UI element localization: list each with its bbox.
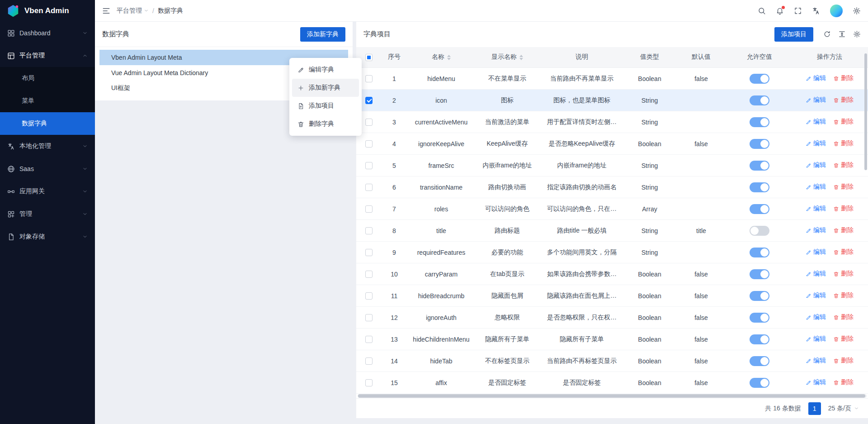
context-menu-item-0[interactable]: 编辑字典 [292,61,359,79]
pagination-page-1[interactable]: 1 [808,402,821,415]
edit-button[interactable]: 编辑 [806,226,826,234]
edit-button[interactable]: 编辑 [806,378,826,386]
delete-button[interactable]: 删除 [833,248,854,256]
edit-button[interactable]: 编辑 [806,291,826,300]
row-checkbox[interactable] [365,205,373,213]
row-checkbox[interactable] [365,271,373,278]
delete-label: 删除 [841,205,854,213]
cell-default-value [675,176,728,198]
edit-button[interactable]: 编辑 [806,161,826,169]
delete-button[interactable]: 删除 [833,183,854,191]
edit-button[interactable]: 编辑 [806,357,826,365]
allow-empty-toggle[interactable] [750,204,769,214]
select-all-checkbox[interactable] [365,54,373,61]
allow-empty-toggle[interactable] [750,161,769,171]
sidebar-item-storage[interactable]: 对象存储 [0,225,95,248]
horizontal-scrollbar-thumb[interactable] [358,394,865,398]
app-logo[interactable]: Vben Admin [0,0,95,22]
delete-button[interactable]: 删除 [833,313,854,321]
edit-button[interactable]: 编辑 [806,118,826,126]
cell-display-name: 当前激活的菜单 [476,111,539,133]
allow-empty-toggle[interactable] [750,334,769,344]
row-checkbox[interactable] [365,336,373,343]
translate-icon[interactable] [812,7,820,15]
settings-gear-icon[interactable] [853,7,861,15]
allow-empty-toggle[interactable] [750,291,769,301]
row-checkbox[interactable] [365,75,373,82]
row-checkbox[interactable] [365,97,373,104]
row-checkbox[interactable] [365,357,373,365]
delete-button[interactable]: 删除 [833,226,854,234]
sort-icon[interactable] [519,55,523,60]
row-checkbox[interactable] [365,119,373,126]
allow-empty-toggle[interactable] [750,226,769,236]
sidebar-subitem-platform-0[interactable]: 布局 [0,67,95,90]
refresh-icon[interactable] [823,30,831,38]
edit-button[interactable]: 编辑 [806,74,826,82]
horizontal-scrollbar[interactable] [358,394,867,398]
sidebar-subitem-platform-1[interactable]: 菜单 [0,90,95,112]
search-icon[interactable] [758,7,766,15]
allow-empty-toggle[interactable] [750,139,769,149]
delete-button[interactable]: 删除 [833,74,854,82]
edit-button[interactable]: 编辑 [806,96,826,104]
row-checkbox[interactable] [365,379,373,386]
delete-button[interactable]: 删除 [833,96,854,104]
edit-button[interactable]: 编辑 [806,335,826,343]
allow-empty-toggle[interactable] [750,313,769,323]
delete-button[interactable]: 删除 [833,205,854,213]
allow-empty-toggle[interactable] [750,356,769,366]
context-menu-item-2[interactable]: 添加项目 [292,97,359,115]
delete-button[interactable]: 删除 [833,335,854,343]
context-menu-item-1[interactable]: 添加新字典 [292,79,359,97]
delete-button[interactable]: 删除 [833,139,854,148]
row-checkbox[interactable] [365,314,373,321]
delete-button[interactable]: 删除 [833,357,854,365]
delete-button[interactable]: 删除 [833,378,854,386]
edit-button[interactable]: 编辑 [806,270,826,278]
sidebar-subitem-platform-2[interactable]: 数据字典 [0,112,95,135]
sort-icon[interactable] [447,55,451,60]
sidebar-collapse-icon[interactable] [102,7,110,15]
cell-name: hideBreadcrumb [407,285,476,307]
allow-empty-toggle[interactable] [750,248,769,257]
allow-empty-toggle[interactable] [750,182,769,192]
add-dictionary-button[interactable]: 添加新字典 [300,27,345,42]
row-height-icon[interactable] [838,30,846,38]
delete-button[interactable]: 删除 [833,161,854,169]
row-checkbox[interactable] [365,140,373,148]
breadcrumb-item-platform[interactable]: 平台管理 [117,7,149,15]
context-menu-item-3[interactable]: 删除字典 [292,115,359,133]
allow-empty-toggle[interactable] [750,269,769,279]
fullscreen-icon[interactable] [794,7,802,15]
row-checkbox[interactable] [365,227,373,234]
add-item-button[interactable]: 添加项目 [774,27,813,42]
edit-button[interactable]: 编辑 [806,313,826,321]
delete-button[interactable]: 删除 [833,270,854,278]
delete-button[interactable]: 删除 [833,291,854,300]
sidebar-item-gateway[interactable]: 应用网关 [0,180,95,203]
allow-empty-toggle[interactable] [750,74,769,84]
vertical-scrollbar[interactable] [864,53,867,170]
sidebar-item-dashboard[interactable]: Dashboard [0,22,95,44]
row-checkbox[interactable] [365,184,373,191]
delete-button[interactable]: 删除 [833,118,854,126]
allow-empty-toggle[interactable] [750,117,769,127]
sidebar-item-platform[interactable]: 平台管理 [0,44,95,67]
allow-empty-toggle[interactable] [750,378,769,388]
sidebar-item-saas[interactable]: Saas [0,157,95,180]
avatar[interactable] [830,5,843,17]
edit-button[interactable]: 编辑 [806,205,826,213]
sidebar-item-locale[interactable]: 本地化管理 [0,135,95,157]
edit-button[interactable]: 编辑 [806,139,826,148]
sidebar-item-manage[interactable]: 管理 [0,203,95,225]
allow-empty-toggle[interactable] [750,95,769,105]
notifications-button[interactable] [776,7,784,15]
page-size-select[interactable]: 25 条/页 [828,405,859,413]
table-settings-icon[interactable] [853,30,861,38]
edit-button[interactable]: 编辑 [806,248,826,256]
edit-button[interactable]: 编辑 [806,183,826,191]
row-checkbox[interactable] [365,292,373,300]
row-checkbox[interactable] [365,249,373,256]
row-checkbox[interactable] [365,162,373,169]
